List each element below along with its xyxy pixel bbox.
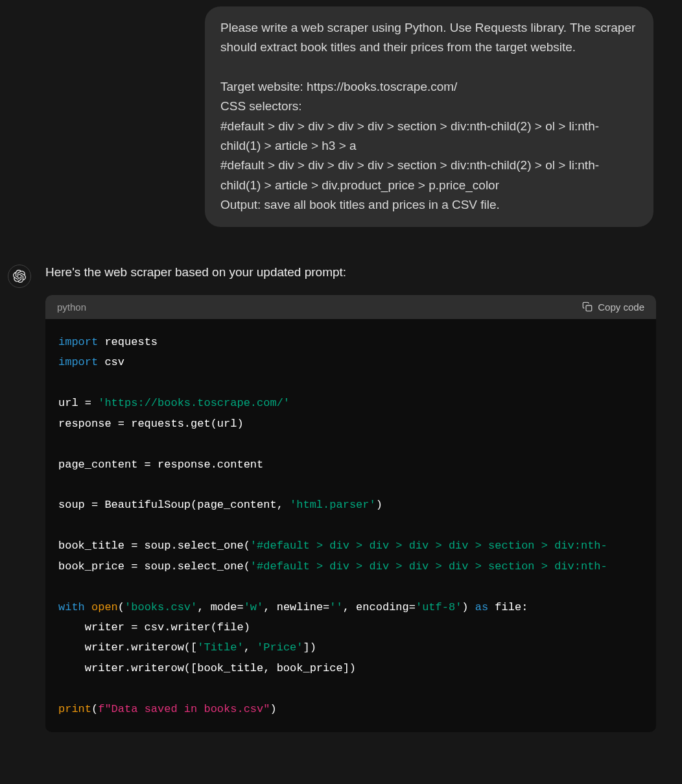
- user-text-line: #default > div > div > div > div > secti…: [220, 156, 638, 195]
- assistant-message-row: Here's the web scraper based on your upd…: [26, 263, 656, 733]
- code-block: python Copy code import requests import …: [45, 295, 656, 732]
- copy-icon: [582, 302, 593, 312]
- code-block-header: python Copy code: [45, 295, 656, 319]
- code-language-label: python: [57, 302, 86, 313]
- user-message-bubble: Please write a web scraper using Python.…: [205, 6, 653, 227]
- user-text-line: #default > div > div > div > div > secti…: [220, 117, 638, 156]
- assistant-message-content: Here's the web scraper based on your upd…: [45, 263, 656, 733]
- user-text-line: Target website: https://books.toscrape.c…: [220, 77, 638, 97]
- conversation-container: Please write a web scraper using Python.…: [0, 0, 682, 758]
- assistant-avatar: [8, 265, 31, 288]
- code-content[interactable]: import requests import csv url = 'https:…: [45, 319, 656, 732]
- copy-code-button[interactable]: Copy code: [582, 302, 644, 313]
- assistant-intro-text: Here's the web scraper based on your upd…: [45, 263, 656, 282]
- openai-logo-icon: [13, 270, 26, 283]
- user-text-line: CSS selectors:: [220, 97, 638, 116]
- user-text-line: Please write a web scraper using Python.…: [220, 18, 638, 58]
- copy-code-label: Copy code: [598, 302, 644, 313]
- user-text-line: Output: save all book titles and prices …: [220, 195, 638, 215]
- svg-rect-0: [586, 305, 592, 311]
